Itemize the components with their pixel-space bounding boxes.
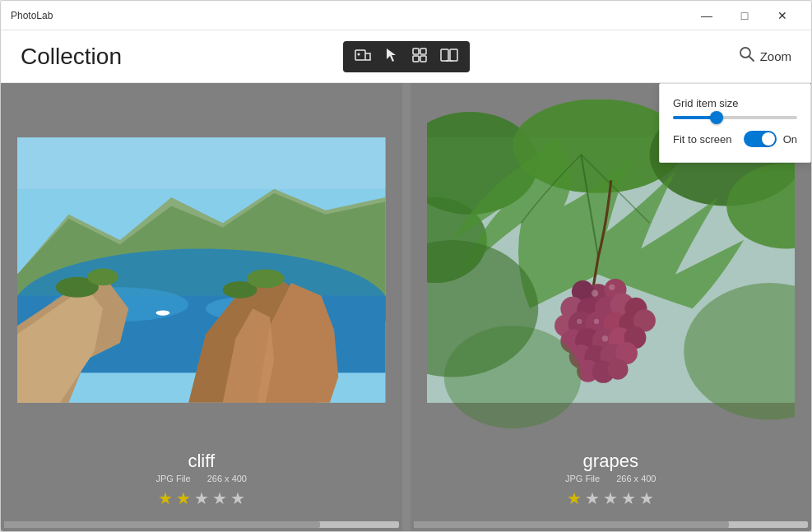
svg-rect-8 bbox=[450, 49, 457, 61]
fit-toggle[interactable] bbox=[744, 131, 777, 147]
zoom-button[interactable]: Zoom bbox=[739, 46, 791, 67]
toolbar-group bbox=[343, 41, 470, 72]
header: Collection bbox=[1, 30, 811, 83]
svg-point-28 bbox=[156, 310, 170, 315]
grapes-meta: JPG File 266 x 400 bbox=[419, 474, 804, 483]
grapes-stars: ★ ★ ★ ★ ★ bbox=[419, 488, 804, 508]
svg-point-62 bbox=[607, 359, 628, 380]
svg-line-11 bbox=[749, 57, 754, 61]
cliff-type: JPG File bbox=[155, 474, 190, 483]
main-content: cliff JPG File 266 x 400 ★ ★ ★ ★ ★ bbox=[1, 83, 811, 531]
svg-marker-2 bbox=[387, 49, 396, 62]
photo-card-cliff: cliff JPG File 266 x 400 ★ ★ ★ ★ ★ bbox=[1, 83, 411, 531]
app-title: PhotoLab bbox=[11, 10, 53, 21]
svg-point-63 bbox=[591, 289, 597, 296]
app-window: PhotoLab — □ ✕ Collection bbox=[0, 0, 812, 532]
cliff-name: cliff bbox=[9, 451, 394, 472]
svg-rect-6 bbox=[420, 56, 426, 62]
fit-toggle-wrap: On bbox=[744, 131, 797, 147]
fit-to-screen-section: Fit to screen On bbox=[673, 131, 797, 147]
star-4: ★ bbox=[212, 488, 227, 508]
tag-icon[interactable] bbox=[351, 46, 374, 67]
svg-rect-29 bbox=[17, 137, 386, 188]
star-1: ★ bbox=[567, 488, 582, 508]
cliff-scrollbar[interactable] bbox=[4, 521, 399, 528]
svg-point-10 bbox=[740, 48, 750, 58]
svg-point-67 bbox=[601, 335, 607, 341]
grid-size-section: Grid item size bbox=[673, 97, 797, 119]
grid-icon[interactable] bbox=[409, 46, 430, 67]
grapes-dimensions: 266 x 400 bbox=[616, 474, 656, 483]
star-3: ★ bbox=[194, 488, 209, 508]
svg-rect-7 bbox=[441, 49, 448, 61]
svg-point-25 bbox=[87, 268, 118, 285]
star-4: ★ bbox=[621, 488, 636, 508]
select-icon[interactable] bbox=[381, 46, 402, 67]
close-button[interactable]: ✕ bbox=[763, 1, 801, 30]
grapes-name: grapes bbox=[419, 451, 804, 472]
svg-point-27 bbox=[247, 269, 285, 288]
svg-point-66 bbox=[593, 319, 598, 324]
star-5: ★ bbox=[230, 488, 245, 508]
zoom-icon bbox=[739, 46, 755, 67]
svg-point-65 bbox=[577, 319, 582, 324]
cliff-stars: ★ ★ ★ ★ ★ bbox=[9, 488, 394, 508]
page-title: Collection bbox=[21, 44, 122, 70]
slider-thumb[interactable] bbox=[710, 111, 723, 124]
toolbar bbox=[343, 41, 470, 72]
zoom-popup: Grid item size Fit to screen On bbox=[659, 83, 811, 163]
star-2: ★ bbox=[176, 488, 191, 508]
grapes-info: grapes JPG File 266 x 400 ★ ★ ★ ★ ★ bbox=[411, 441, 812, 521]
grapes-type: JPG File bbox=[565, 474, 600, 483]
grapes-scrollbar[interactable] bbox=[414, 521, 809, 528]
compare-icon[interactable] bbox=[437, 46, 462, 67]
star-2: ★ bbox=[585, 488, 600, 508]
fit-on-label: On bbox=[783, 133, 797, 146]
title-bar: PhotoLab — □ ✕ bbox=[1, 1, 811, 30]
cliff-dimensions: 266 x 400 bbox=[207, 474, 247, 483]
zoom-label: Zoom bbox=[760, 49, 791, 63]
svg-rect-4 bbox=[420, 49, 426, 54]
toggle-knob bbox=[762, 132, 775, 146]
grid-size-slider[interactable] bbox=[673, 116, 797, 119]
grid-item-size-label: Grid item size bbox=[673, 97, 797, 109]
maximize-button[interactable]: □ bbox=[726, 1, 763, 30]
svg-point-64 bbox=[609, 285, 615, 290]
svg-rect-0 bbox=[355, 50, 365, 60]
svg-rect-5 bbox=[413, 56, 419, 62]
svg-rect-3 bbox=[413, 49, 419, 54]
fit-to-screen-label: Fit to screen bbox=[673, 133, 735, 146]
cliff-image-wrap bbox=[17, 99, 386, 441]
svg-point-70 bbox=[443, 326, 581, 428]
star-3: ★ bbox=[603, 488, 618, 508]
cliff-meta: JPG File 266 x 400 bbox=[9, 474, 394, 483]
star-5: ★ bbox=[639, 488, 654, 508]
cliff-info: cliff JPG File 266 x 400 ★ ★ ★ ★ ★ bbox=[1, 441, 402, 521]
window-controls: — □ ✕ bbox=[688, 1, 801, 30]
svg-point-1 bbox=[357, 53, 360, 55]
minimize-button[interactable]: — bbox=[688, 1, 726, 30]
star-1: ★ bbox=[158, 488, 173, 508]
